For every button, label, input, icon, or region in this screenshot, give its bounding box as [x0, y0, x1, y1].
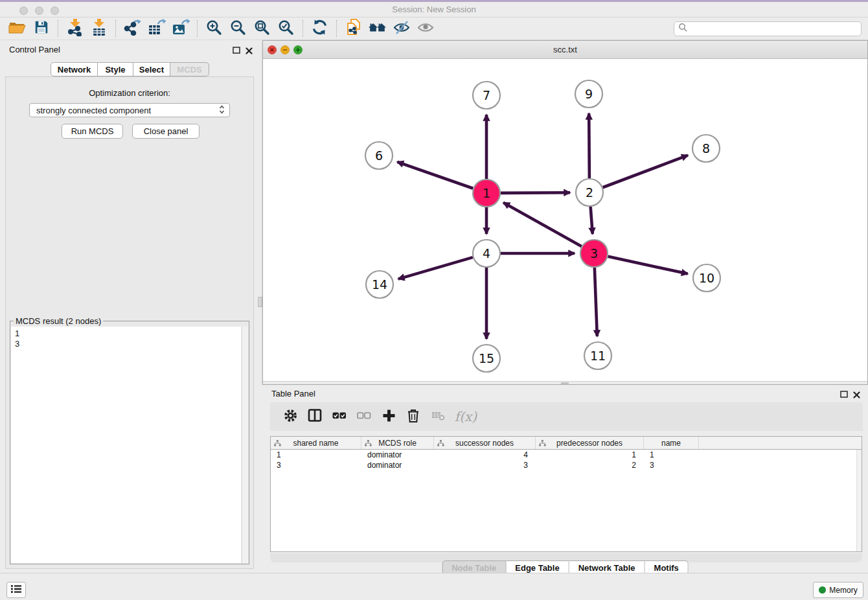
- graph-edge-4-14[interactable]: [398, 257, 473, 279]
- toolbar-separator: [303, 20, 303, 37]
- function-builder-button[interactable]: f(x): [450, 406, 481, 428]
- tab-network[interactable]: Network: [51, 62, 98, 76]
- import-network-button[interactable]: [63, 19, 87, 38]
- optimization-criterion-dropdown[interactable]: strongly connected component: [29, 103, 230, 117]
- graph-node-6[interactable]: 6: [365, 142, 393, 169]
- trash-icon: [406, 408, 420, 426]
- column-header-shared-name[interactable]: shared name: [271, 437, 361, 449]
- show-columns-button[interactable]: [303, 406, 327, 428]
- graph-edge-3-11[interactable]: [595, 268, 597, 336]
- graph-edge-3-10[interactable]: [608, 257, 687, 274]
- save-session-button[interactable]: [29, 19, 53, 38]
- status-bar: Memory: [0, 573, 868, 600]
- graph-edge-1-6[interactable]: [397, 162, 473, 189]
- export-network-button[interactable]: [120, 19, 144, 38]
- table-vertical-scrollbar[interactable]: [856, 450, 862, 551]
- table-row[interactable]: 3dominator323: [271, 460, 862, 470]
- graph-edge-2-8[interactable]: [603, 156, 688, 188]
- graph-node-4[interactable]: 4: [473, 240, 500, 267]
- run-mcds-button[interactable]: Run MCDS: [62, 124, 123, 139]
- network-canvas[interactable]: 7968124314101511: [263, 59, 867, 381]
- table-cell[interactable]: 3: [271, 460, 361, 470]
- tab-mcds[interactable]: MCDS: [170, 62, 209, 76]
- network-horizontal-scrollbar[interactable]: [263, 381, 867, 384]
- table-row[interactable]: 1dominator411: [271, 450, 862, 460]
- network-window-titlebar[interactable]: scc.txt: [263, 41, 867, 59]
- export-image-button[interactable]: [168, 19, 192, 38]
- delete-table-button[interactable]: [426, 406, 450, 428]
- open-session-button[interactable]: [5, 19, 29, 38]
- graph-node-10[interactable]: 10: [693, 264, 720, 292]
- graph-node-1[interactable]: 1: [473, 179, 500, 207]
- column-header-predecessor-nodes[interactable]: predecessor nodes: [536, 437, 644, 449]
- column-type-icon: [274, 439, 281, 448]
- graph-node-2[interactable]: 2: [576, 179, 603, 206]
- checked-boxes-icon: [332, 408, 347, 425]
- table-settings-button[interactable]: [278, 406, 303, 428]
- tab-select[interactable]: Select: [133, 62, 170, 76]
- delete-column-button[interactable]: [401, 406, 426, 428]
- table-cell[interactable]: 2: [536, 460, 644, 470]
- graph-edge-1-2[interactable]: [501, 192, 570, 193]
- panel-divider-handle[interactable]: [258, 297, 262, 307]
- zoom-in-button[interactable]: [202, 19, 226, 38]
- close-panel-icon[interactable]: [853, 389, 860, 401]
- graph-edge-3-1[interactable]: [503, 203, 582, 247]
- column-header-mcds-role[interactable]: MCDS role: [361, 437, 434, 449]
- control-panel: Control Panel NetworkStyleSelectMCDS Opt…: [0, 40, 259, 573]
- table-cell[interactable]: dominator: [361, 460, 434, 470]
- export-table-button[interactable]: [144, 19, 168, 38]
- graph-edge-2-9[interactable]: [589, 113, 589, 178]
- graph-node-9[interactable]: 9: [575, 80, 602, 108]
- hide-selected-button[interactable]: [389, 19, 413, 38]
- scrollbar-handle[interactable]: [561, 382, 569, 384]
- search-input[interactable]: [691, 23, 861, 35]
- close-panel-button[interactable]: Close panel: [132, 124, 200, 139]
- table-body: 1dominator4113dominator323: [271, 450, 862, 470]
- home-layout-button[interactable]: [365, 19, 389, 38]
- create-column-button[interactable]: [376, 406, 401, 428]
- graph-node-3[interactable]: 3: [580, 240, 608, 267]
- column-label: successor nodes: [455, 439, 514, 448]
- float-panel-icon[interactable]: [840, 389, 848, 401]
- deselect-all-columns-button[interactable]: [352, 406, 376, 428]
- graph-node-8[interactable]: 8: [692, 135, 720, 162]
- table-cell[interactable]: 4: [434, 450, 536, 460]
- zoom-out-button[interactable]: [226, 19, 250, 38]
- show-all-icon: [417, 20, 434, 38]
- tab-style[interactable]: Style: [98, 62, 133, 76]
- memory-button[interactable]: Memory: [813, 582, 863, 598]
- table-cell[interactable]: 3: [434, 460, 536, 470]
- graph-node-14[interactable]: 14: [366, 271, 393, 298]
- close-panel-icon[interactable]: [246, 45, 253, 57]
- table-cell[interactable]: 1: [536, 450, 644, 460]
- table-cell[interactable]: 1: [271, 450, 361, 460]
- table-cell[interactable]: dominator: [361, 450, 434, 460]
- column-label: MCDS role: [378, 439, 417, 448]
- float-panel-icon[interactable]: [233, 45, 240, 57]
- search-box[interactable]: [674, 21, 862, 36]
- memory-label: Memory: [829, 586, 857, 595]
- refresh-button[interactable]: [308, 19, 332, 38]
- graph-node-7[interactable]: 7: [473, 82, 500, 109]
- column-header-name[interactable]: name: [644, 437, 699, 449]
- column-header-successor-nodes[interactable]: successor nodes: [434, 437, 536, 449]
- table-cell[interactable]: 3: [644, 460, 699, 470]
- search-icon: [678, 23, 688, 35]
- graph-node-15[interactable]: 15: [473, 345, 500, 372]
- task-history-button[interactable]: [6, 582, 26, 598]
- graph-edge-2-3[interactable]: [591, 207, 593, 234]
- export-network-icon: [124, 19, 141, 38]
- show-all-button[interactable]: [413, 19, 437, 38]
- duplicate-network-button[interactable]: [341, 19, 365, 38]
- zoom-fit-icon: [254, 19, 270, 38]
- zoom-fit-button[interactable]: [250, 19, 274, 38]
- result-scrollbar[interactable]: [242, 327, 248, 563]
- export-image-icon: [172, 19, 190, 38]
- select-all-columns-button[interactable]: [327, 406, 352, 428]
- zoom-selected-button[interactable]: [274, 19, 298, 38]
- import-table-button[interactable]: [87, 19, 111, 38]
- graph-node-label: 3: [590, 246, 598, 260]
- graph-node-11[interactable]: 11: [584, 342, 611, 369]
- table-cell[interactable]: 1: [644, 450, 699, 460]
